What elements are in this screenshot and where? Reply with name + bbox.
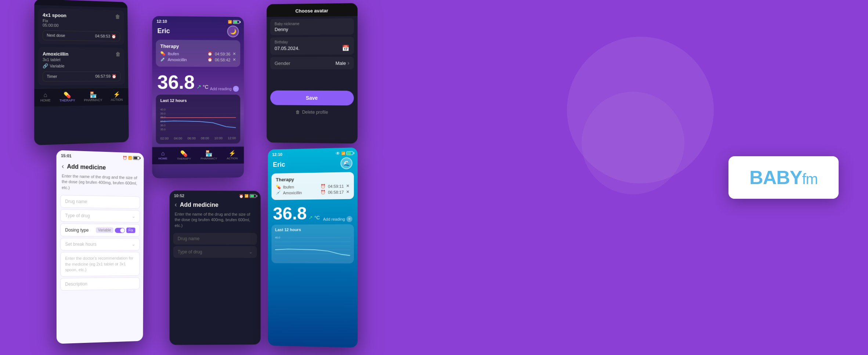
s5-type-field[interactable]: Type of drug ⌄ [173,246,257,258]
s6-med2-name: Amoxicillin [283,190,302,195]
s6-chart-title: Last 12 hours [275,227,350,232]
logo-baby-text: BABY [749,167,802,188]
s5-drug-name-field[interactable]: Drug name [173,233,257,245]
s3-gender-value: Male [336,60,346,66]
s4-back-button[interactable]: ‹ [62,162,64,171]
s4-time: 15:01 [61,153,72,158]
next-dose-row[interactable]: Next dose 04:58:53 ⏰ [43,30,120,41]
s5-title: Add medicine [180,201,218,208]
s2-time: 12:10 [157,19,167,23]
med2-name: Amoxicillin [43,51,68,57]
s6-med2-row: 💉 Amoxicillin ⏰ 06:58:17 ✕ [276,190,350,195]
s2-med2-row: 💉 Amoxicillin ⏰ 06:58:42 ✕ [160,57,236,62]
s1-nav-action[interactable]: ⚡ ACTION [111,91,123,102]
pharmacy-icon: 🏪 [84,91,102,99]
s3-save-button[interactable]: Save [270,91,354,106]
s6-therapy-title: Therapy [276,176,350,182]
s3-gender-field[interactable]: Gender Male › [270,57,354,69]
svg-text:37.0: 37.0 [160,120,166,123]
s1-status-bar [34,0,127,8]
chevron-down-icon-2: ⌄ [132,242,135,247]
trash-icon-3: 🗑 [296,110,300,115]
s2-nav-pharmacy[interactable]: 🏪PHARMACY [200,150,217,160]
s3-gender-label: Gender [275,61,290,66]
screen-home-blue: 12:10 👁 📶 Eric 🌊 Therapy 💊 Ibufen ⏰ 04:5… [268,147,358,348]
toggle-switch[interactable] [115,228,125,233]
battery-icon-s5 [250,194,256,198]
s5-status-icons: ⏰ 📶 [239,194,256,198]
clock-icon-s2: ⏰ [207,51,213,56]
s6-chart-card: Last 12 hours 40.0 [271,224,354,263]
med1-name: 4x1 spoon [43,12,66,18]
trash-icon[interactable]: 🗑 [115,14,120,20]
s4-break-hours-field[interactable]: Set break hours ⌄ [60,238,140,250]
s3-delete-button[interactable]: 🗑 Delete profile [267,107,358,117]
s1-nav-pharmacy[interactable]: 🏪 PHARMACY [84,91,102,102]
pill-icon: 💊 [160,51,166,56]
s2-therapy-title: Therapy [160,43,236,49]
s1-nav-home[interactable]: ⌂ HOME [40,92,51,103]
s6-temperature-chart: 40.0 [275,233,350,259]
wifi-icon-s6: 📶 [341,151,345,155]
s2-med1-row: 💊 Ibufen ⏰ 04:59:36 ✕ [160,51,236,56]
s2-temp-unit: °C [203,84,209,90]
s4-header: ‹ Add medicine [57,159,144,175]
clock-icon-s6-2: ⏰ [321,190,326,194]
s2-status-bar: 12:10 📶 [152,16,244,26]
s2-nav-therapy[interactable]: 💊THERAPY [177,150,191,160]
eye-icon: 👁 [336,151,340,156]
timer-row[interactable]: Timer 06:57:59 ⏰ [43,72,120,82]
svg-text:38.0: 38.0 [160,116,166,119]
s2-nav-action[interactable]: ⚡ACTION [227,150,238,160]
close-icon-s6-1[interactable]: ✕ [346,183,350,188]
s3-header: Choose avatar [267,3,358,17]
s6-temperature: 36.8 [273,204,307,223]
s5-description: Enter the name of the drug and the size … [170,212,261,232]
pill-icon-s6: 💊 [276,184,281,189]
chevron-right-icon: › [347,60,349,66]
s5-header: ‹ Add medicine [170,199,261,212]
plus-icon-s6: + [347,216,352,222]
trash-icon-2[interactable]: 🗑 [115,51,120,57]
s6-temp-section: 36.8 ↗ °C Add reading + [268,199,358,225]
clock-icon: ⏰ [111,34,116,39]
s6-med1-time: 04:59:11 [328,184,344,189]
close-icon-1[interactable]: ✕ [233,52,236,56]
svg-text:39.0: 39.0 [160,112,166,115]
s4-type-field[interactable]: Type of drug ⌄ [60,209,140,223]
s2-nav-home[interactable]: ⌂HOME [159,150,167,161]
s3-birthday-field[interactable]: Birthday 07.05.2024. 📅 [270,37,354,55]
s6-avatar[interactable]: 🌊 [340,157,352,169]
s5-back-button[interactable]: ‹ [175,201,177,209]
s4-drug-name-field[interactable]: Drug name [60,195,140,209]
s2-add-reading-btn[interactable]: Add reading + [210,86,239,92]
s4-doctor-field[interactable]: Enter the doctor's recommendation for th… [60,252,140,277]
s5-time: 10:52 [174,194,184,198]
s6-title: Eric [273,161,285,168]
svg-line-5 [160,129,236,129]
close-icon-s6-2[interactable]: ✕ [346,190,350,194]
s1-nav-therapy[interactable]: 💊 THERAPY [59,91,75,102]
s6-add-reading-btn[interactable]: Add reading + [323,216,352,222]
s2-title: Eric [158,27,170,35]
screen-add-med-white: 15:01 ⏰ 📶 ‹ Add medicine Enter the name … [57,150,144,344]
bg-circle-2 [582,92,684,194]
timer-label: Timer [47,74,57,79]
next-dose-time: 04:58:53 ⏰ [95,34,116,39]
therapy-icon: 💊 [59,91,75,99]
close-icon-2[interactable]: ✕ [233,57,236,62]
chevron-down-icon-s5: ⌄ [249,249,253,255]
fix-option[interactable]: Fix [126,228,135,233]
timer-time: 06:57:59 ⏰ [95,74,117,79]
s3-nickname-field[interactable]: Baby nickname Denny [270,18,354,35]
wifi-icon-s4: 📶 [128,156,132,160]
battery-icon-s6 [347,151,353,155]
variable-option[interactable]: Variable [96,227,113,233]
s4-dosing-toggle[interactable]: Variable Fix [96,227,135,233]
s2-avatar[interactable]: 🌙 [227,26,239,37]
svg-text:40.0: 40.0 [275,236,280,239]
s6-med1-row: 💊 Ibufen ⏰ 04:59:11 ✕ [276,183,350,189]
s4-description-field[interactable]: Description [60,277,140,291]
med2-mode: 🔗 Variable [43,63,120,69]
s6-temp-unit: °C [314,215,320,220]
